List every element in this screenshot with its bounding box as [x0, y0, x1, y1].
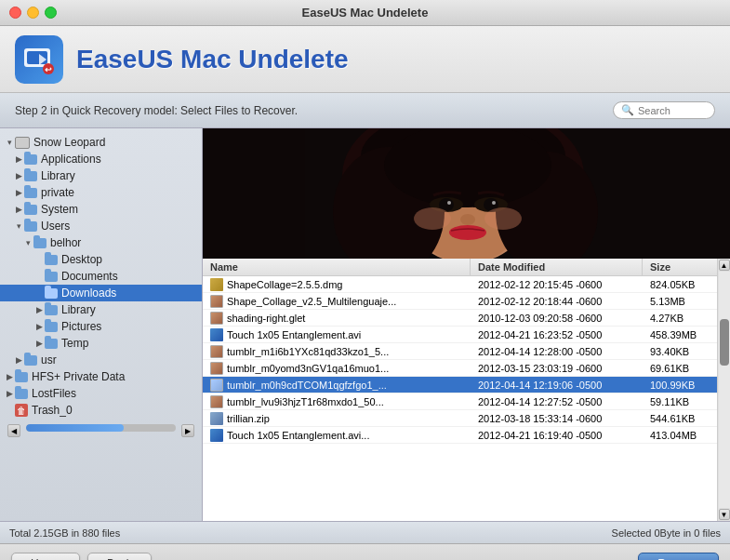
file-date-cell: 2012-04-21 16:19:40 -0500 — [471, 429, 643, 442]
folder-icon — [45, 322, 58, 332]
sidebar-item-pictures[interactable]: ▶ Pictures — [0, 318, 202, 335]
file-size-cell: 458.39MB — [643, 328, 717, 341]
file-size-cell: 100.99KB — [643, 379, 717, 392]
table-row[interactable]: shading-right.glet 2010-12-03 09:20:58 -… — [203, 310, 717, 327]
sidebar-item-temp[interactable]: ▶ Temp — [0, 335, 202, 352]
sidebar-progress-bar — [26, 424, 176, 432]
step-description: Step 2 in Quick Recovery model: Select F… — [15, 104, 298, 117]
sidebar-item-label: HFS+ Private Data — [32, 370, 125, 383]
window-title: EaseUS Mac Undelete — [302, 6, 429, 20]
sidebar-item-applications[interactable]: ▶ Applications — [0, 151, 202, 167]
title-bar: EaseUS Mac Undelete — [0, 0, 730, 26]
file-size-cell: 544.61KB — [643, 412, 717, 425]
file-date-cell: 2012-02-12 20:18:44 -0600 — [471, 295, 643, 308]
back-button[interactable]: Back — [87, 553, 152, 561]
expand-arrow: ▾ — [4, 137, 15, 148]
recover-button[interactable]: Recover — [638, 553, 719, 561]
folder-icon — [45, 305, 58, 315]
sidebar-item-desktop[interactable]: ▶ Desktop — [0, 251, 202, 268]
svg-point-17 — [447, 201, 451, 205]
sidebar-item-label: Trash_0 — [32, 404, 73, 417]
scroll-left-button[interactable]: ◀ — [7, 424, 20, 437]
file-thumb-img — [210, 362, 223, 375]
folder-icon — [45, 288, 58, 299]
search-box[interactable]: 🔍 — [613, 101, 715, 119]
table-row[interactable]: tumblr_m0yomd3nGV1qa16muo1... 2012-03-15… — [203, 360, 717, 377]
status-bar: Total 2.15GB in 880 files Selected 0Byte… — [0, 521, 730, 543]
minimize-button[interactable] — [27, 7, 39, 19]
sidebar-item-label: Pictures — [61, 320, 101, 333]
close-button[interactable] — [9, 7, 21, 19]
table-row[interactable]: ShapeCollage=2.5.5.dmg 2012-02-12 20:15:… — [203, 276, 717, 293]
bottom-bar: Home Back Recover — [0, 543, 730, 560]
expand-arrow: ▶ — [13, 204, 24, 215]
sidebar[interactable]: ▾ Snow Leopard ▶ Applications ▶ Library … — [0, 128, 203, 521]
folder-icon — [33, 238, 46, 248]
sidebar-item-hfs-private[interactable]: ▶ HFS+ Private Data — [0, 368, 202, 385]
table-row[interactable]: Touch 1x05 Entanglement.avi 2012-04-21 1… — [203, 327, 717, 343]
trash-icon: 🗑 — [15, 404, 28, 417]
scroll-right-button[interactable]: ▶ — [181, 424, 194, 437]
file-thumb-dmg — [210, 278, 223, 291]
sidebar-item-label: System — [41, 203, 78, 216]
folder-icon — [45, 255, 58, 265]
file-size-cell: 5.13MB — [643, 295, 717, 308]
home-button[interactable]: Home — [11, 553, 80, 561]
sidebar-item-label: Users — [41, 220, 70, 233]
preview-image — [203, 128, 730, 259]
table-row[interactable]: Touch 1x05 Entanglement.avi... 2012-04-2… — [203, 427, 717, 444]
scroll-up-button[interactable]: ▲ — [719, 260, 730, 271]
file-list[interactable]: Name Date Modified Size ShapeCollage=2.5… — [203, 259, 717, 521]
sidebar-item-system[interactable]: ▶ System — [0, 201, 202, 218]
svg-text:↩: ↩ — [45, 65, 52, 74]
app-logo: ↩ — [15, 35, 63, 84]
file-name-cell: tumblr_m1i6b1YXc81qd33kzo1_5... — [203, 344, 471, 359]
file-name-cell: tumblr_m0h9cdTCOM1qgfzfgo1_... — [203, 378, 471, 393]
window-controls[interactable] — [9, 7, 57, 19]
file-size-cell: 93.40KB — [643, 345, 717, 358]
sidebar-item-users[interactable]: ▾ Users — [0, 218, 202, 234]
sidebar-item-library[interactable]: ▶ Library — [0, 167, 202, 184]
table-row[interactable]: trillian.zip 2012-03-18 15:33:14 -0600 5… — [203, 410, 717, 427]
sidebar-item-downloads[interactable]: ▶ Downloads — [0, 285, 202, 301]
sidebar-item-snow-leopard[interactable]: ▾ Snow Leopard — [0, 134, 202, 151]
search-icon: 🔍 — [621, 104, 634, 116]
preview-area — [203, 128, 730, 259]
sidebar-item-lostfiles[interactable]: ▶ LostFiles — [0, 385, 202, 402]
status-right: Selected 0Byte in 0 files — [612, 527, 721, 539]
sidebar-item-documents[interactable]: ▶ Documents — [0, 268, 202, 285]
file-thumb-img — [210, 345, 223, 358]
file-name-cell: Touch 1x05 Entanglement.avi... — [203, 428, 471, 443]
file-thumb-video — [210, 429, 223, 442]
sidebar-item-library2[interactable]: ▶ Library — [0, 301, 202, 318]
sidebar-item-label: Snow Leopard — [33, 136, 105, 149]
file-list-scrollbar[interactable]: ▲ ▼ — [717, 259, 730, 521]
table-row[interactable]: tumblr_m0h9cdTCOM1qgfzfgo1_... 2012-04-1… — [203, 377, 717, 393]
search-input[interactable] — [638, 105, 712, 116]
file-thumb-zip — [210, 412, 223, 425]
svg-rect-23 — [203, 128, 305, 259]
scroll-track — [719, 272, 730, 508]
scroll-thumb[interactable] — [720, 319, 729, 366]
table-row[interactable]: tumblr_m1i6b1YXc81qd33kzo1_5... 2012-04-… — [203, 343, 717, 360]
svg-rect-1 — [27, 51, 47, 64]
sidebar-item-belhor[interactable]: ▾ belhor — [0, 234, 202, 251]
file-name-cell: Shape_Collage_v2.5_Multilenguaje... — [203, 294, 471, 309]
expand-arrow: ▶ — [33, 321, 45, 332]
file-date-cell: 2012-02-12 20:15:45 -0600 — [471, 278, 643, 291]
sidebar-item-trash[interactable]: ▶ 🗑 Trash_0 — [0, 402, 202, 419]
expand-arrow: ▶ — [4, 388, 15, 399]
table-row[interactable]: tumblr_lvu9i3hjzT1r68mxdo1_50... 2012-04… — [203, 393, 717, 410]
folder-icon — [15, 389, 28, 399]
maximize-button[interactable] — [45, 7, 57, 19]
scroll-down-button[interactable]: ▼ — [719, 509, 730, 520]
sidebar-item-label: usr — [41, 353, 57, 367]
table-row[interactable]: Shape_Collage_v2.5_Multilenguaje... 2012… — [203, 293, 717, 310]
sidebar-item-usr[interactable]: ▶ usr — [0, 352, 202, 368]
sidebar-item-label: LostFiles — [32, 387, 76, 400]
folder-icon — [24, 221, 37, 232]
expand-arrow: ▶ — [13, 170, 24, 181]
sidebar-item-private[interactable]: ▶ private — [0, 184, 202, 201]
file-size-cell: 413.04MB — [643, 429, 717, 442]
scroll-nav[interactable]: ◀ ▶ — [7, 424, 194, 437]
